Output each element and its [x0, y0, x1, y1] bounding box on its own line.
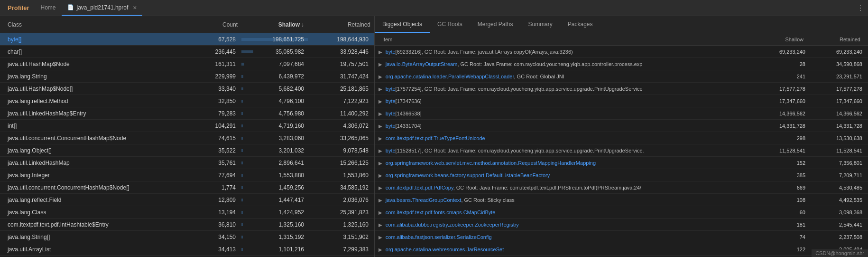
- table-row[interactable]: java.util.HashMap$Node161,3117,097,68419…: [0, 58, 374, 70]
- table-row[interactable]: java.lang.Object[]35,5223,201,0329,078,5…: [0, 144, 374, 157]
- cell-shallow-value: 1,315,192: [279, 234, 304, 240]
- left-panel: byte[]67,528198,651,725198,644,930char[]…: [0, 33, 375, 257]
- tab-summary[interactable]: Summary: [520, 16, 560, 33]
- cell-shallow-value: 1,553,880: [279, 172, 304, 179]
- list-item[interactable]: ▶ java.io.ByteArrayOutputStream, GC Root…: [375, 58, 868, 70]
- bar: [241, 199, 243, 201]
- list-item[interactable]: ▶ org.springframework.beans.factory.supp…: [375, 169, 868, 181]
- table-row[interactable]: java.lang.String229,9996,439,97231,747,4…: [0, 70, 374, 83]
- class-name: org.apache.catalina.loader.ParallelWebap…: [386, 74, 514, 79]
- cell-shallow: 4,796,100: [241, 98, 308, 105]
- list-item[interactable]: ▶ byte[17347636]17,347,66017,347,660: [375, 95, 868, 107]
- bottom-bar: CSDN@hongmin.shr: [812, 249, 868, 257]
- item-suffix: , GC Root: Global JNI: [514, 74, 564, 79]
- list-item[interactable]: ▶ byte[14331704]14,331,72814,331,728: [375, 120, 868, 132]
- tab-gc-roots[interactable]: GC Roots: [430, 16, 470, 33]
- right-cell-shallow: 152: [752, 160, 809, 166]
- table-row[interactable]: java.lang.Integer77,6941,553,8801,553,86…: [0, 169, 374, 181]
- right-cell-shallow: 385: [752, 172, 809, 178]
- cell-class: byte[]: [0, 36, 194, 43]
- table-row[interactable]: java.lang.reflect.Method32,8504,796,1007…: [0, 95, 374, 107]
- table-row[interactable]: java.util.concurrent.ConcurrentHashMap$N…: [0, 181, 374, 194]
- bar: [241, 149, 243, 152]
- cell-shallow: 1,447,417: [241, 197, 308, 203]
- class-name: org.apache.catalina.webresources.JarReso…: [386, 247, 504, 252]
- table-row[interactable]: byte[]67,528198,651,725198,644,930: [0, 33, 374, 46]
- list-item[interactable]: ▶ com.itextpdf.text.pdf.fonts.cmaps.CMap…: [375, 206, 868, 219]
- list-item[interactable]: ▶ com.alibaba.dubbo.registry.zookeeper.Z…: [375, 219, 868, 231]
- expand-arrow-icon: ▶: [379, 185, 384, 190]
- expand-arrow-icon: ▶: [379, 74, 384, 79]
- cell-shallow: 1,101,216: [241, 246, 308, 253]
- class-name: com.alibaba.dubbo.registry.zookeeper.Zoo…: [386, 222, 519, 228]
- bar: [241, 63, 244, 66]
- expand-arrow-icon: ▶: [379, 222, 384, 228]
- table-row[interactable]: java.util.ArrayList34,4131,101,2167,299,…: [0, 243, 374, 256]
- bar: [241, 211, 243, 214]
- tab-merged-paths[interactable]: Merged Paths: [470, 16, 521, 33]
- right-cell-item: ▶ byte[14366538]: [377, 111, 752, 116]
- cell-count: 35,761: [194, 160, 241, 166]
- tab-home[interactable]: Home: [35, 0, 62, 16]
- class-name: byte: [386, 148, 396, 153]
- more-options-button[interactable]: ⋮: [857, 3, 864, 12]
- table-row[interactable]: java.lang.String[]34,1501,315,1923,151,9…: [0, 231, 374, 243]
- right-cell-retained: 69,233,240: [809, 49, 866, 55]
- list-item[interactable]: ▶ byte[14366538]14,366,56214,366,562: [375, 107, 868, 120]
- expand-arrow-icon: ▶: [379, 198, 384, 203]
- cell-class: java.util.LinkedHashMap: [0, 160, 194, 166]
- list-item[interactable]: ▶ org.apache.catalina.webresources.JarRe…: [375, 243, 868, 256]
- list-item[interactable]: ▶ java.beans.ThreadGroupContext, GC Root…: [375, 194, 868, 206]
- expand-arrow-icon: ▶: [379, 49, 384, 55]
- right-cell-retained: 11,528,541: [809, 148, 866, 153]
- list-item[interactable]: ▶ com.itextpdf.text.pdf.PdfCopy, GC Root…: [375, 181, 868, 194]
- col-header-shallow[interactable]: Shallow ↓: [241, 21, 308, 28]
- col-header-class[interactable]: Class: [0, 21, 194, 28]
- right-cell-retained: 7,209,711: [809, 172, 866, 178]
- list-item[interactable]: ▶ byte[17577254], GC Root: Java Frame: c…: [375, 83, 868, 95]
- col-header-count[interactable]: Count: [194, 21, 241, 28]
- right-col-header-retained: Retained: [807, 37, 864, 42]
- table-row[interactable]: java.util.HashMap$Node[]33,3405,682,4002…: [0, 83, 374, 95]
- cell-retained: 25,181,865: [308, 86, 374, 92]
- cell-shallow: 1,325,160: [241, 221, 308, 228]
- table-row[interactable]: java.lang.Class13,1941,424,95225,391,823: [0, 206, 374, 219]
- right-cell-retained: 4,530,485: [809, 185, 866, 190]
- cell-count: 67,528: [194, 36, 241, 43]
- list-item[interactable]: ▶ com.itextpdf.text.pdf.TrueTypeFontUnic…: [375, 132, 868, 144]
- cell-count: 236,445: [194, 48, 241, 55]
- table-row[interactable]: java.lang.reflect.Field12,8091,447,4172,…: [0, 194, 374, 206]
- table-row[interactable]: char[]236,44535,085,98233,928,446: [0, 46, 374, 58]
- cell-shallow-value: 35,085,982: [276, 48, 304, 55]
- cell-shallow-value: 5,682,400: [279, 86, 304, 92]
- list-item[interactable]: ▶ byte[69233216], GC Root: Java Frame: j…: [375, 46, 868, 58]
- table-row[interactable]: int[]104,2914,719,1604,306,072: [0, 120, 374, 132]
- table-row[interactable]: java.util.concurrent.ConcurrentHashMap$N…: [0, 132, 374, 144]
- list-item[interactable]: ▶ byte[11528517], GC Root: Java Frame: c…: [375, 144, 868, 157]
- right-cell-shallow: 298: [752, 135, 809, 141]
- cell-class: java.lang.reflect.Field: [0, 197, 194, 203]
- right-panel: Item Shallow Retained ▶ byte[69233216], …: [375, 33, 868, 257]
- right-cell-retained: 3,098,368: [809, 209, 866, 215]
- list-item[interactable]: ▶ com.alibaba.fastjson.serializer.Serial…: [375, 231, 868, 243]
- class-name: org.springframework.web.servlet.mvc.meth…: [386, 160, 596, 166]
- cell-shallow: 2,896,641: [241, 160, 308, 166]
- class-name: com.itextpdf.text.pdf.PdfCopy: [386, 185, 453, 190]
- list-item[interactable]: ▶ org.apache.catalina.loader.ParallelWeb…: [375, 70, 868, 83]
- cell-shallow-value: 198,651,725: [272, 36, 304, 43]
- cell-count: 77,694: [194, 172, 241, 179]
- tab-packages[interactable]: Packages: [560, 16, 600, 33]
- tab-file[interactable]: 📄 java_pid21741.hprof ×: [62, 0, 143, 16]
- cell-retained: 31,747,424: [308, 73, 374, 80]
- col-header-retained[interactable]: Retained: [308, 21, 374, 28]
- table-row[interactable]: java.util.LinkedHashMap35,7612,896,64115…: [0, 157, 374, 169]
- right-data: ▶ byte[69233216], GC Root: Java Frame: j…: [375, 46, 868, 257]
- expand-arrow-icon: ▶: [379, 148, 384, 153]
- table-row[interactable]: java.util.LinkedHashMap$Entry79,2834,756…: [0, 107, 374, 120]
- list-item[interactable]: ▶ org.springframework.web.servlet.mvc.me…: [375, 157, 868, 169]
- tab-biggest-objects[interactable]: Biggest Objects: [375, 16, 430, 33]
- table-row[interactable]: com.itextpdf.text.pdf.IntHashtable$Entry…: [0, 219, 374, 231]
- right-cell-item: ▶ com.alibaba.fastjson.serializer.Serial…: [377, 234, 752, 240]
- right-cell-item: ▶ byte[17347636]: [377, 98, 752, 104]
- tab-close-button[interactable]: ×: [133, 4, 137, 11]
